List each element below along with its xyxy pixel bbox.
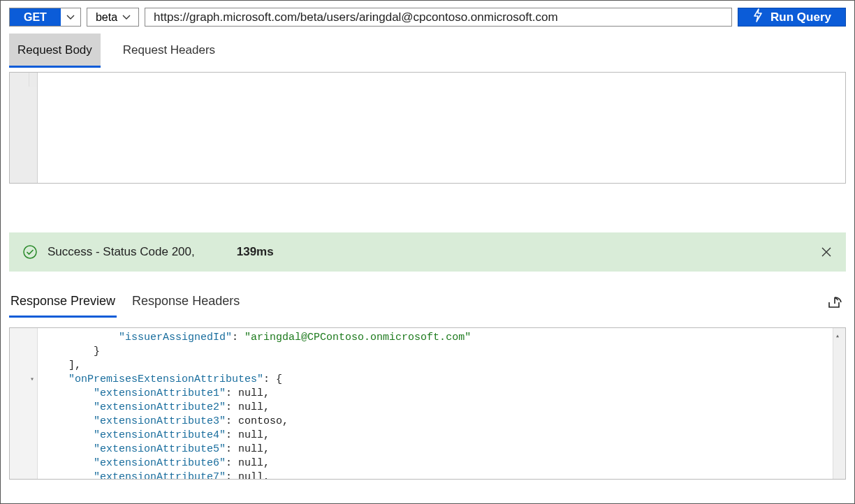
query-toolbar: GET beta Run Query <box>1 1 854 34</box>
json-content: "issuerAssignedId": "aringdal@CPContoso.… <box>38 328 833 479</box>
run-query-button[interactable]: Run Query <box>738 8 846 27</box>
success-check-icon <box>22 244 38 260</box>
response-json-viewer[interactable]: ▾ "issuerAssignedId": "aringdal@CPContos… <box>9 327 846 480</box>
status-time: 139ms <box>237 245 274 259</box>
tab-request-headers[interactable]: Request Headers <box>115 34 224 68</box>
chevron-down-icon <box>66 13 75 22</box>
lightning-icon <box>752 8 763 26</box>
version-label: beta <box>96 11 117 24</box>
method-chevron[interactable] <box>61 8 80 26</box>
status-banner: Success - Status Code 200, 139ms <box>9 232 846 272</box>
version-selector[interactable]: beta <box>87 8 139 27</box>
request-tabs: Request Body Request Headers <box>1 34 854 68</box>
fold-triangle-icon[interactable]: ▾ <box>10 373 37 387</box>
tab-response-preview[interactable]: Response Preview <box>9 288 117 318</box>
tab-request-body[interactable]: Request Body <box>9 34 101 68</box>
scrollbar[interactable]: ▴ <box>833 328 845 479</box>
response-tabs: Response Preview Response Headers <box>9 288 241 318</box>
editor-gutter <box>10 73 38 183</box>
url-input[interactable] <box>145 8 732 27</box>
status-text: Success - Status Code 200, <box>48 245 195 259</box>
method-button[interactable]: GET <box>10 8 61 26</box>
svg-point-0 <box>24 246 36 258</box>
method-selector[interactable]: GET <box>9 8 81 27</box>
request-body-editor[interactable] <box>9 72 846 184</box>
close-icon[interactable] <box>820 246 833 258</box>
run-label: Run Query <box>770 10 831 24</box>
tab-response-headers[interactable]: Response Headers <box>131 288 241 318</box>
scroll-up-icon[interactable]: ▴ <box>835 329 840 343</box>
json-gutter: ▾ <box>10 328 38 479</box>
chevron-down-icon <box>122 13 131 22</box>
share-icon[interactable] <box>826 295 846 311</box>
response-tabs-row: Response Preview Response Headers <box>1 272 854 318</box>
